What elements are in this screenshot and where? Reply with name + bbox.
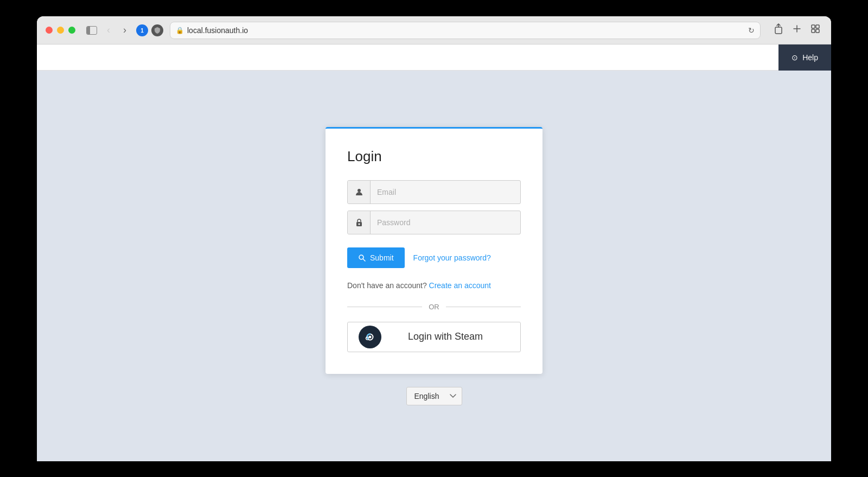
steam-login-button[interactable]: Login with Steam [347, 322, 521, 352]
traffic-lights [46, 27, 75, 34]
svg-point-16 [369, 335, 372, 338]
browser-window: ‹ › 1 🔒 local.fusionauth.io ↻ [37, 16, 831, 461]
password-input[interactable] [371, 211, 520, 234]
login-title: Login [347, 148, 521, 165]
extension-icons: 1 [136, 24, 163, 36]
sidebar-toggle-icon[interactable] [86, 26, 97, 35]
svg-text:1: 1 [141, 28, 144, 34]
svg-point-11 [358, 223, 360, 225]
svg-rect-7 [812, 29, 815, 33]
svg-rect-5 [812, 25, 815, 28]
svg-rect-6 [816, 25, 819, 28]
divider-text: OR [429, 303, 439, 311]
lock-field-icon [348, 211, 371, 234]
new-tab-button[interactable] [790, 23, 804, 37]
share-button[interactable] [771, 22, 786, 38]
register-text: Don't have an account? Create an account [347, 281, 521, 290]
browser-titlebar: ‹ › 1 🔒 local.fusionauth.io ↻ [37, 16, 831, 44]
password-input-wrapper [347, 211, 521, 234]
create-account-link[interactable]: Create an account [429, 281, 491, 290]
1password-icon[interactable]: 1 [136, 24, 148, 36]
or-divider: OR [347, 303, 521, 311]
shield-extension-icon[interactable] [151, 24, 163, 36]
svg-point-9 [358, 189, 361, 192]
help-bar: ⊙ Help [37, 44, 831, 71]
help-label: Help [802, 53, 818, 62]
svg-rect-2 [775, 27, 782, 34]
password-form-group [347, 211, 521, 234]
language-selector: English French German Spanish [406, 387, 462, 405]
address-bar[interactable]: 🔒 local.fusionauth.io ↻ [170, 22, 761, 39]
form-actions: Submit Forgot your password? [347, 247, 521, 268]
language-select[interactable]: English French German Spanish [406, 387, 462, 405]
email-input-wrapper [347, 180, 521, 204]
url-text: local.fusionauth.io [187, 26, 248, 35]
submit-button[interactable]: Submit [347, 247, 405, 268]
lock-icon: 🔒 [176, 27, 184, 34]
back-button[interactable]: ‹ [104, 23, 113, 37]
forgot-password-link[interactable]: Forgot your password? [413, 253, 491, 262]
refresh-button[interactable]: ↻ [748, 26, 755, 35]
submit-label: Submit [370, 253, 394, 262]
forward-button[interactable]: › [120, 23, 130, 37]
close-traffic-light[interactable] [46, 27, 53, 34]
fullscreen-traffic-light[interactable] [68, 27, 75, 34]
svg-rect-8 [816, 29, 819, 33]
help-button[interactable]: ⊙ Help [778, 44, 831, 71]
email-form-group [347, 180, 521, 204]
divider-line-right [446, 307, 521, 307]
divider-line-left [347, 307, 422, 307]
svg-line-13 [363, 259, 365, 261]
browser-controls [86, 26, 97, 35]
minimize-traffic-light[interactable] [57, 27, 64, 34]
user-icon [348, 181, 371, 203]
email-input[interactable] [371, 181, 520, 203]
steam-logo-icon [359, 326, 381, 348]
login-body: Login [326, 129, 542, 374]
browser-action-buttons [771, 22, 822, 38]
login-card: Login [326, 127, 542, 374]
steam-login-label: Login with Steam [381, 331, 509, 342]
main-content: Login [37, 71, 831, 461]
tabs-button[interactable] [808, 23, 822, 37]
help-circle-icon: ⊙ [792, 53, 798, 62]
